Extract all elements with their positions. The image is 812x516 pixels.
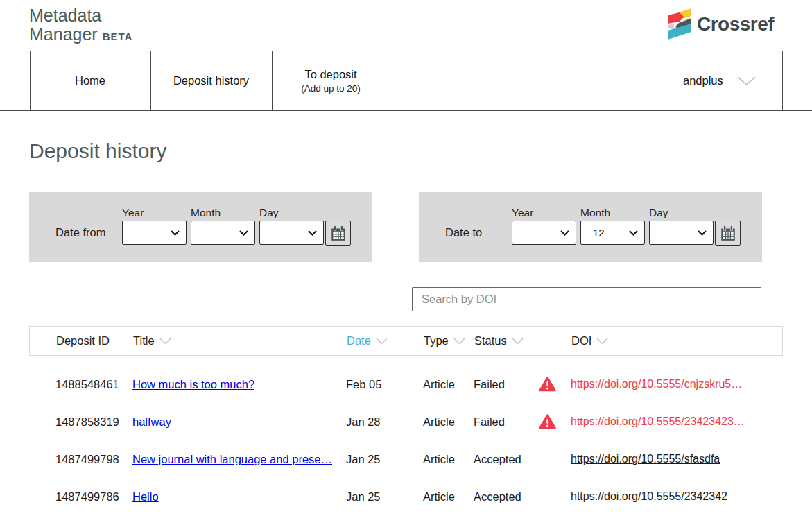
- beta-badge: BETA: [103, 31, 133, 42]
- nav-item-deposit-history[interactable]: Deposit history: [150, 51, 272, 110]
- deposit-id: 1487858319: [55, 403, 119, 440]
- column-header-deposit-id: Deposit ID: [56, 327, 110, 355]
- logo-line1: Metadata: [29, 6, 132, 25]
- date-value: Jan 25: [346, 440, 381, 478]
- status-value: Accepted: [474, 478, 521, 515]
- search-input[interactable]: [412, 287, 761, 311]
- user-menu[interactable]: andplus: [683, 51, 756, 110]
- date-value: Jan 28: [346, 403, 381, 440]
- month-label: Month: [580, 207, 610, 219]
- main-nav: Home Deposit history To deposit (Add up …: [0, 51, 812, 111]
- date-to-label: Date to: [445, 226, 482, 239]
- column-header-doi[interactable]: DOI: [571, 327, 608, 355]
- deposit-id: 1487499786: [55, 478, 119, 515]
- crossref-logo: Crossref: [668, 8, 774, 40]
- page-title: Deposit history: [29, 139, 166, 163]
- table-row: 1487499798 New journal with language and…: [29, 440, 783, 478]
- table-header: Deposit ID Title Date Type Status DOI: [29, 326, 783, 356]
- table-row: 1487858319 halfway Jan 28 Article Failed…: [29, 403, 783, 440]
- year-label: Year: [122, 207, 144, 219]
- type-value: Article: [423, 440, 455, 478]
- user-menu-label: andplus: [683, 74, 723, 87]
- top-bar: Metadata ManagerBETA Crossref: [0, 0, 812, 51]
- nav-divider: [390, 51, 390, 110]
- type-value: Article: [423, 403, 455, 440]
- date-to-day-select[interactable]: [649, 221, 714, 245]
- date-from-month-select[interactable]: [191, 221, 255, 245]
- doi-link[interactable]: https://doi.org/10.5555/23423423…: [571, 415, 745, 428]
- title-link[interactable]: Hello: [132, 490, 159, 504]
- app-logo: Metadata ManagerBETA: [29, 6, 132, 46]
- logo-line2: ManagerBETA: [29, 25, 132, 46]
- date-value: Feb 05: [346, 366, 381, 403]
- chevron-down-icon: [512, 338, 524, 345]
- date-from-day-select[interactable]: [259, 221, 324, 245]
- crossref-wordmark: Crossref: [697, 13, 774, 35]
- date-value: Jan 25: [346, 478, 381, 515]
- date-from-calendar-button[interactable]: [325, 221, 351, 246]
- chevron-down-icon: [376, 338, 388, 345]
- title-link[interactable]: How much is too much?: [132, 378, 254, 391]
- nav-divider: [782, 51, 783, 110]
- calendar-icon: [719, 224, 737, 242]
- date-to-calendar-button[interactable]: [715, 221, 741, 246]
- date-from-year-select[interactable]: [122, 221, 187, 245]
- doi-link[interactable]: https://doi.org/10.5555/cnjzskru5…: [571, 378, 742, 390]
- table-row: 1488548461 How much is too much? Feb 05 …: [29, 366, 783, 403]
- status-value: Failed: [474, 403, 505, 440]
- deposit-id: 1488548461: [55, 366, 119, 403]
- warning-icon[interactable]: [539, 366, 556, 403]
- date-from-label: Date from: [55, 226, 105, 239]
- chevron-down-icon: [159, 338, 171, 345]
- warning-icon[interactable]: [539, 403, 556, 440]
- column-header-date[interactable]: Date: [347, 327, 388, 355]
- nav-item-to-deposit[interactable]: To deposit (Add up to 20): [272, 51, 390, 110]
- chevron-down-icon: [596, 338, 608, 345]
- status-value: Accepted: [474, 440, 521, 478]
- chevron-down-icon: [453, 338, 465, 345]
- date-to-year-select[interactable]: [512, 221, 576, 245]
- title-link[interactable]: New journal with language and prese…: [132, 453, 332, 466]
- table-row: 1487499786 Hello Jan 25 Article Accepted…: [29, 478, 783, 515]
- title-link[interactable]: halfway: [132, 415, 171, 429]
- type-value: Article: [423, 478, 455, 515]
- chevron-down-icon: [737, 76, 756, 86]
- nav-item-home[interactable]: Home: [30, 51, 150, 110]
- doi-link[interactable]: https://doi.org/10.5555/sfasdfa: [571, 453, 720, 465]
- date-from-panel: Date from Year Month Day: [29, 192, 372, 262]
- calendar-icon: [329, 224, 347, 242]
- to-deposit-sublabel: (Add up to 20): [301, 83, 361, 94]
- column-header-title[interactable]: Title: [133, 327, 171, 355]
- status-value: Failed: [474, 366, 505, 403]
- crossref-logo-icon: [668, 8, 691, 40]
- year-label: Year: [512, 207, 533, 219]
- type-value: Article: [423, 366, 455, 403]
- column-header-type[interactable]: Type: [424, 327, 465, 355]
- day-label: Day: [259, 207, 279, 219]
- month-label: Month: [191, 207, 221, 219]
- doi-link[interactable]: https://doi.org/10.5555/2342342: [571, 490, 727, 503]
- column-header-status[interactable]: Status: [474, 327, 524, 355]
- day-label: Day: [649, 207, 668, 219]
- date-to-panel: Date to Year Month Day 12: [419, 192, 762, 262]
- deposit-id: 1487499798: [55, 440, 119, 478]
- date-to-month-select[interactable]: 12: [580, 221, 645, 245]
